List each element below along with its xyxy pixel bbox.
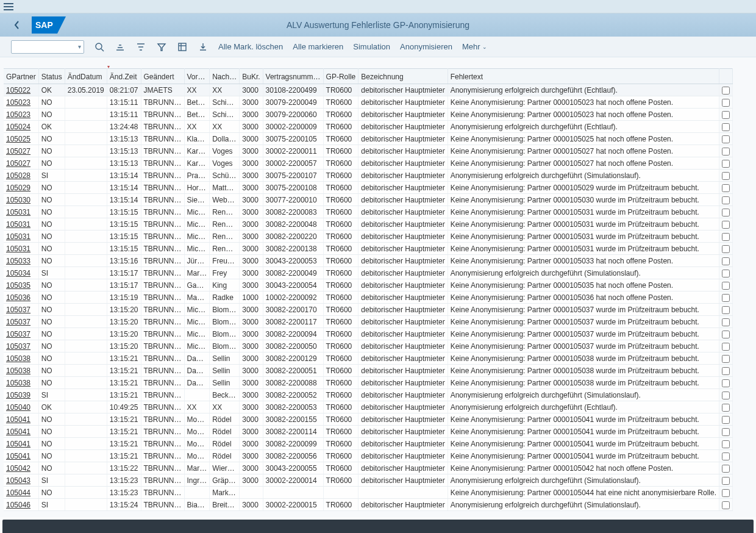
download-icon[interactable] (198, 41, 209, 52)
col-gprolle[interactable]: GP-Rolle (323, 69, 358, 84)
row-checkbox[interactable] (722, 306, 730, 314)
table-row[interactable]: 105041NO13:15:21TBRUNN…Mo…Rödel300030082… (4, 450, 732, 462)
table-row[interactable]: 105031NO13:15:15TBRUNN…Mic…Ren…300030082… (4, 243, 732, 255)
table-row[interactable]: 105033NO13:15:16TBRUNN…Jür…Freu…30003004… (4, 255, 732, 267)
gpartner-link[interactable]: 105029 (6, 184, 30, 192)
gpartner-link[interactable]: 105044 (6, 488, 30, 497)
table-row[interactable]: 105037NO13:15:20TBRUNN…Mic…Blom…30003008… (4, 316, 732, 328)
simulation-link[interactable]: Simulation (353, 42, 390, 51)
gpartner-link[interactable]: 105031 (6, 208, 30, 216)
gpartner-link[interactable]: 105038 (6, 367, 30, 375)
row-checkbox[interactable] (722, 160, 730, 168)
col-status[interactable]: Status (38, 69, 65, 84)
row-checkbox[interactable] (722, 233, 730, 241)
col-vertrag[interactable]: Vertragsnumm… (263, 69, 323, 84)
row-checkbox[interactable] (722, 282, 730, 290)
gpartner-link[interactable]: 105024 (6, 123, 30, 131)
table-row[interactable]: 105027NO13:15:13TBRUNN…Kar…Voges30003000… (4, 145, 732, 157)
table-row[interactable]: 105023NO13:15:11TBRUNN…Bet…Schi…30003007… (4, 109, 732, 121)
table-row[interactable]: 105038NO13:15:21TBRUNN…Da…Sellin30003008… (4, 377, 732, 389)
row-checkbox[interactable] (722, 453, 730, 460)
row-checkbox[interactable] (722, 99, 730, 107)
col-bukr[interactable]: BuKr. (240, 69, 263, 84)
gpartner-link[interactable]: 105037 (6, 318, 30, 326)
gpartner-link[interactable]: 105041 (6, 427, 30, 436)
row-checkbox[interactable] (722, 465, 730, 473)
gpartner-link[interactable]: 105028 (6, 171, 30, 180)
anonymize-link[interactable]: Anonymisieren (400, 42, 452, 51)
gpartner-link[interactable]: 105037 (6, 342, 30, 351)
table-row[interactable]: 105027NO13:15:13TBRUNN…Kar…Voges30003000… (4, 157, 732, 170)
row-checkbox[interactable] (722, 221, 730, 229)
col-andzeit[interactable]: Änd.Zeit (107, 69, 141, 84)
table-row[interactable]: 105031NO13:15:15TBRUNN…Mic…Ren…300030082… (4, 206, 732, 218)
gpartner-link[interactable]: 105038 (6, 354, 30, 363)
gpartner-link[interactable]: 105027 (6, 159, 30, 168)
col-geaendert[interactable]: Geändert (141, 69, 184, 84)
table-row[interactable]: 105041NO13:15:21TBRUNN…Mo…Rödel300030082… (4, 426, 732, 438)
hamburger-menu-icon[interactable] (4, 3, 13, 10)
selection-dropdown[interactable]: ▾ (11, 40, 84, 54)
table-row[interactable]: 105024OK13:24:48TBRUNN…XXXX300030002-220… (4, 121, 732, 133)
row-checkbox[interactable] (722, 379, 730, 387)
filter-icon[interactable] (135, 41, 146, 52)
gpartner-link[interactable]: 105041 (6, 440, 30, 448)
table-row[interactable]: 105040OK10:49:25TBRUNN…XXXX300030082-220… (4, 401, 732, 413)
gpartner-link[interactable]: 105031 (6, 245, 30, 253)
row-checkbox[interactable] (722, 489, 730, 497)
gpartner-link[interactable]: 105038 (6, 379, 30, 387)
row-checkbox[interactable] (722, 501, 730, 509)
row-checkbox[interactable] (722, 184, 730, 192)
col-vor[interactable]: Vor… (184, 69, 210, 84)
gpartner-link[interactable]: 105023 (6, 110, 30, 119)
row-checkbox[interactable] (722, 343, 730, 351)
table-row[interactable]: 105037NO13:15:20TBRUNN…Mic…Blom…30003008… (4, 328, 732, 340)
gpartner-link[interactable]: 105043 (6, 476, 30, 485)
gpartner-link[interactable]: 105025 (6, 135, 30, 143)
table-row[interactable]: 105030NO13:15:14TBRUNN…Sie…Web…300030077… (4, 194, 732, 206)
row-checkbox[interactable] (722, 428, 730, 436)
col-gpartner[interactable]: GPartner (4, 69, 38, 84)
row-checkbox[interactable] (722, 123, 730, 131)
table-row[interactable]: 105028SI13:15:14TBRUNN…Pra…Schü…30003007… (4, 170, 732, 182)
row-checkbox[interactable] (722, 270, 730, 277)
col-anddatum[interactable]: ÄndDatum (65, 69, 107, 84)
table-row[interactable]: 105031NO13:15:15TBRUNN…Mic…Ren…300030082… (4, 231, 732, 243)
table-row[interactable]: 105034SI13:15:17TBRUNN…Mar…Frey300030082… (4, 267, 732, 279)
row-checkbox[interactable] (722, 257, 730, 265)
gpartner-link[interactable]: 105041 (6, 415, 30, 424)
row-checkbox[interactable] (722, 440, 730, 448)
table-row[interactable]: 105042NO13:15:22TBRUNN…Mar…Wier…30003004… (4, 462, 732, 474)
back-button[interactable] (7, 17, 27, 33)
gpartner-link[interactable]: 105027 (6, 147, 30, 156)
gpartner-link[interactable]: 105023 (6, 98, 30, 107)
row-checkbox[interactable] (722, 367, 730, 375)
table-row[interactable]: 105038NO13:15:21TBRUNN…Da…Sellin30003008… (4, 352, 732, 365)
row-checkbox[interactable] (722, 245, 730, 253)
table-row[interactable]: 105023NO13:15:11TBRUNN…Bet…Schi…30003007… (4, 96, 732, 109)
row-checkbox[interactable] (722, 111, 730, 119)
row-checkbox[interactable] (722, 196, 730, 204)
col-bezeichnung[interactable]: Bezeichnung (358, 69, 448, 84)
row-checkbox[interactable] (722, 416, 730, 424)
row-checkbox[interactable] (722, 392, 730, 399)
search-icon[interactable] (94, 41, 105, 52)
table-row[interactable]: 105041NO13:15:21TBRUNN…Mo…Rödel300030082… (4, 413, 732, 426)
table-row[interactable]: 105035NO13:15:17TBRUNN…Ga…King300030043-… (4, 279, 732, 292)
gpartner-link[interactable]: 105042 (6, 464, 30, 473)
gpartner-link[interactable]: 105031 (6, 220, 30, 229)
sort-icon[interactable] (115, 41, 126, 52)
gpartner-link[interactable]: 105039 (6, 391, 30, 399)
table-row[interactable]: 105041NO13:15:21TBRUNN…Mo…Rödel300030082… (4, 438, 732, 450)
table-row[interactable]: 105037NO13:15:20TBRUNN…Mic…Blom…30003008… (4, 304, 732, 316)
row-checkbox[interactable] (722, 404, 730, 412)
table-scroll-area[interactable]: GPartner Status ÄndDatum Änd.Zeit Geände… (0, 57, 756, 517)
gpartner-link[interactable]: 105035 (6, 281, 30, 290)
gpartner-link[interactable]: 105030 (6, 196, 30, 204)
table-row[interactable]: 105038NO13:15:21TBRUNN…Da…Sellin30003008… (4, 365, 732, 377)
row-checkbox[interactable] (722, 331, 730, 338)
col-nach[interactable]: Nach… (210, 69, 240, 84)
gpartner-link[interactable]: 105022 (6, 86, 30, 95)
row-checkbox[interactable] (722, 477, 730, 485)
row-checkbox[interactable] (722, 294, 730, 302)
